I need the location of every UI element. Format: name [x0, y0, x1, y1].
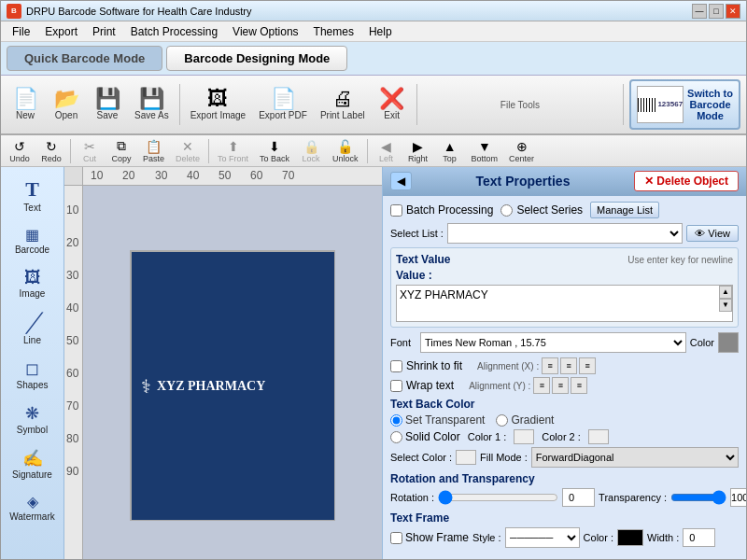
to-front-button[interactable]: ⬆ To Front: [213, 137, 253, 165]
manage-list-button[interactable]: Manage List: [590, 202, 659, 218]
font-select[interactable]: Times New Roman , 15.75: [420, 332, 686, 353]
transparency-input[interactable]: [730, 488, 746, 507]
view-button[interactable]: 👁 View: [686, 225, 739, 242]
menu-help[interactable]: Help: [361, 23, 400, 40]
frame-row: Show Frame Style : ────── Color : Width …: [390, 527, 739, 548]
export-image-button[interactable]: 🖼 Export Image: [186, 86, 250, 123]
menu-themes[interactable]: Themes: [306, 23, 361, 40]
canvas-area[interactable]: 10 20 30 40 50 60 70 10 20 30 40 50 60 7…: [64, 167, 382, 560]
caduceus-icon: ⚕: [141, 375, 151, 398]
panel-body: Batch Processing Select Series Manage Li…: [383, 196, 746, 560]
panel-back-button[interactable]: ◀: [390, 172, 412, 190]
batch-processing-row: Batch Processing: [390, 203, 493, 217]
minimize-button[interactable]: —: [692, 4, 707, 19]
gradient-label: Gradient: [496, 413, 554, 427]
bottom-button[interactable]: ▼ Bottom: [467, 137, 503, 165]
frame-width-input[interactable]: [683, 528, 715, 547]
new-button[interactable]: 📄 New: [7, 86, 44, 123]
svg-text:80: 80: [66, 432, 79, 445]
align-center-x-button[interactable]: ≡: [560, 357, 577, 374]
left-sidebar: T Text ▦ Barcode 🖼 Image ╱ Line ◻ Shapes…: [1, 167, 64, 560]
close-button[interactable]: ✕: [726, 4, 740, 19]
show-frame-checkbox[interactable]: [390, 532, 402, 544]
quick-barcode-tab[interactable]: Quick Barcode Mode: [7, 46, 162, 71]
top-icon: ▲: [444, 139, 457, 154]
sidebar-item-text[interactable]: T Text: [5, 173, 61, 217]
svg-text:30: 30: [155, 169, 168, 182]
menu-view-options[interactable]: View Options: [225, 23, 305, 40]
wrap-text-checkbox[interactable]: [390, 380, 402, 392]
text-value-title: Text Value: [396, 253, 450, 266]
color1-swatch[interactable]: [514, 429, 534, 444]
sidebar-item-symbol[interactable]: ❋ Symbol: [5, 399, 61, 440]
menu-export[interactable]: Export: [37, 23, 85, 40]
copy-button[interactable]: ⧉ Copy: [106, 136, 136, 165]
fill-mode-select[interactable]: ForwardDiagonal: [531, 447, 739, 468]
print-label-button[interactable]: 🖨 Print Label: [316, 86, 370, 123]
watermark-tool-icon: ◈: [27, 493, 38, 511]
sidebar-item-shapes[interactable]: ◻ Shapes: [5, 354, 61, 395]
transparency-slider[interactable]: [670, 491, 726, 504]
fit-alignment-section: Shrink to fit Alignment (X) : ≡ ≡ ≡: [390, 357, 739, 394]
export-pdf-button[interactable]: 📄 Export PDF: [254, 86, 312, 123]
text-value-hint: Use enter key for newline: [627, 255, 733, 265]
save-button[interactable]: 💾 Save: [89, 86, 126, 123]
align-left-button[interactable]: ≡: [542, 357, 558, 374]
paste-button[interactable]: 📋 Paste: [138, 137, 169, 165]
left-button[interactable]: ◀ Left: [372, 137, 402, 165]
frame-style-select[interactable]: ──────: [505, 527, 580, 548]
rotation-title: Rotation and Transparency: [390, 472, 739, 485]
select-list-row: Select List : 👁 View: [390, 223, 739, 244]
frame-color-swatch[interactable]: [617, 529, 643, 546]
delete-button[interactable]: ✕ Delete: [171, 137, 204, 165]
maximize-button[interactable]: □: [709, 4, 724, 19]
spin-up-button[interactable]: ▲: [719, 286, 732, 299]
switch-barcode-mode-button[interactable]: 123567 Switch to Barcode Mode: [629, 79, 740, 130]
shrink-to-fit-label: Shrink to fit: [406, 359, 462, 372]
select-list-dropdown[interactable]: [447, 223, 683, 244]
rotation-input[interactable]: [562, 488, 595, 507]
redo-button[interactable]: ↻ Redo: [36, 137, 66, 165]
center-button[interactable]: ⊕ Center: [504, 137, 539, 165]
sidebar-item-image[interactable]: 🖼 Image: [5, 263, 61, 303]
to-back-button[interactable]: ⬇ To Back: [255, 137, 294, 165]
right-button[interactable]: ▶ Right: [403, 137, 433, 165]
menu-batch[interactable]: Batch Processing: [123, 23, 225, 40]
undo-button[interactable]: ↺ Undo: [5, 137, 35, 165]
app-title: DRPU Barcode Software for Health Care In…: [26, 6, 692, 17]
menu-file[interactable]: File: [5, 23, 37, 40]
batch-processing-checkbox[interactable]: [390, 204, 402, 217]
align-top-button[interactable]: ≡: [533, 377, 550, 394]
shrink-to-fit-checkbox[interactable]: [390, 360, 402, 372]
set-transparent-radio[interactable]: [390, 414, 402, 427]
bottom-icon: ▼: [478, 139, 491, 154]
text-value-textarea[interactable]: [397, 286, 717, 321]
top-button[interactable]: ▲ Top: [435, 137, 465, 165]
menu-print[interactable]: Print: [85, 23, 123, 40]
color2-swatch[interactable]: [588, 429, 609, 444]
font-color-swatch[interactable]: [718, 332, 739, 353]
align-middle-button[interactable]: ≡: [552, 377, 569, 394]
open-button[interactable]: 📂 Open: [48, 86, 85, 123]
cut-button[interactable]: ✂ Cut: [75, 137, 105, 165]
delete-object-button[interactable]: ✕ Delete Object: [634, 171, 739, 191]
solid-color-radio[interactable]: [390, 431, 402, 443]
select-series-radio[interactable]: [500, 204, 513, 217]
select-color-swatch[interactable]: [456, 450, 476, 465]
gradient-radio[interactable]: [496, 414, 508, 427]
sidebar-item-barcode[interactable]: ▦ Barcode: [5, 221, 61, 259]
spin-down-button[interactable]: ▼: [719, 299, 732, 312]
rotation-slider[interactable]: [438, 491, 558, 504]
lock-button[interactable]: 🔒 Lock: [296, 137, 326, 165]
sidebar-item-signature[interactable]: ✍ Signature: [5, 443, 61, 484]
sidebar-item-line[interactable]: ╱ Line: [5, 307, 61, 350]
save-as-button[interactable]: 💾 Save As: [130, 86, 174, 123]
unlock-button[interactable]: 🔓 Unlock: [328, 137, 363, 165]
align-bottom-button[interactable]: ≡: [571, 377, 587, 394]
text-back-color-section: Text Back Color Set Transparent Gradient…: [390, 398, 739, 468]
exit-button[interactable]: ❌ Exit: [374, 86, 411, 123]
sidebar-item-watermark[interactable]: ◈ Watermark: [5, 488, 61, 526]
barcode-designing-tab[interactable]: Barcode Designing Mode: [166, 46, 347, 71]
switch-barcode-label: Switch to Barcode Mode: [687, 88, 733, 121]
align-right-button[interactable]: ≡: [579, 357, 596, 374]
